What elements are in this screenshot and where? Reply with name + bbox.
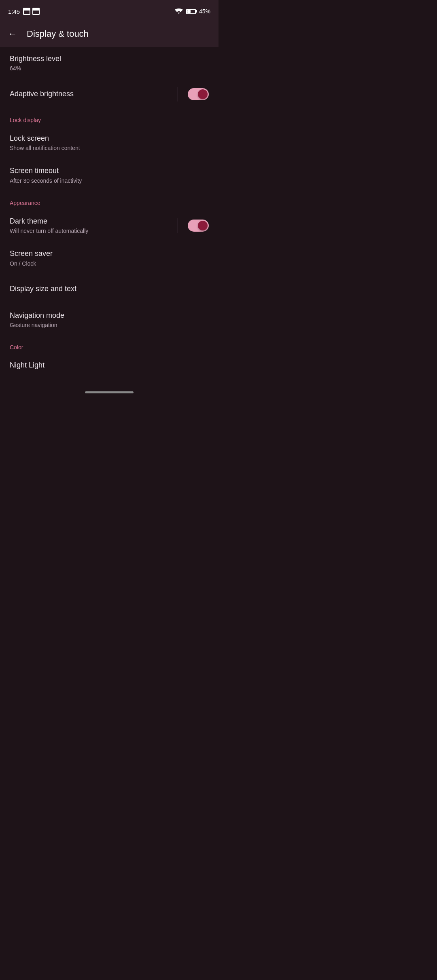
- section-lock-display: Lock display: [0, 109, 218, 127]
- status-bar: 1:45 45%: [0, 0, 218, 21]
- screen-saver-item[interactable]: Screen saver On / Clock: [0, 242, 218, 275]
- page-title: Display & touch: [27, 29, 89, 39]
- lock-screen-subtitle: Show all notification content: [10, 144, 209, 152]
- display-size-text-text: Display size and text: [10, 284, 209, 294]
- lock-screen-title: Lock screen: [10, 134, 209, 143]
- navigation-mode-title: Navigation mode: [10, 311, 209, 320]
- section-appearance: Appearance: [0, 192, 218, 209]
- wifi-icon: [175, 8, 183, 15]
- status-left: 1:45: [8, 8, 40, 15]
- adaptive-brightness-toggle[interactable]: [188, 88, 209, 100]
- adaptive-brightness-title: Adaptive brightness: [10, 89, 178, 99]
- brightness-level-text: Brightness level 64%: [10, 54, 209, 72]
- night-light-item[interactable]: Night Light: [0, 354, 218, 377]
- adaptive-brightness-divider: [178, 87, 178, 101]
- navigation-mode-subtitle: Gesture navigation: [10, 321, 209, 329]
- nav-pill: [85, 391, 134, 393]
- time-display: 1:45: [8, 8, 20, 15]
- dark-theme-toggle[interactable]: [188, 220, 209, 232]
- display-size-text-title: Display size and text: [10, 284, 209, 294]
- app-bar: ← Display & touch: [0, 21, 218, 47]
- lock-screen-text: Lock screen Show all notification conten…: [10, 134, 209, 152]
- brightness-level-item[interactable]: Brightness level 64%: [0, 47, 218, 80]
- navigation-mode-item[interactable]: Navigation mode Gesture navigation: [0, 304, 218, 336]
- screen-saver-subtitle: On / Clock: [10, 260, 209, 267]
- settings-content: Brightness level 64% Adaptive brightness…: [0, 47, 218, 377]
- dark-theme-subtitle: Will never turn off automatically: [10, 227, 178, 234]
- night-light-title: Night Light: [10, 361, 209, 370]
- screen-timeout-subtitle: After 30 seconds of inactivity: [10, 177, 209, 184]
- dark-theme-knob: [198, 221, 208, 230]
- night-light-text: Night Light: [10, 361, 209, 370]
- status-icons: [23, 8, 40, 15]
- screen-timeout-text: Screen timeout After 30 seconds of inact…: [10, 166, 209, 184]
- lock-screen-item[interactable]: Lock screen Show all notification conten…: [0, 127, 218, 159]
- battery-fill: [187, 10, 191, 13]
- battery-icon: [186, 9, 196, 14]
- screen-saver-text: Screen saver On / Clock: [10, 249, 209, 267]
- battery-percent: 45%: [199, 8, 210, 15]
- dark-theme-divider: [178, 218, 178, 233]
- display-size-text-item[interactable]: Display size and text: [0, 275, 218, 304]
- dark-theme-text: Dark theme Will never turn off automatic…: [10, 217, 178, 235]
- screen-timeout-item[interactable]: Screen timeout After 30 seconds of inact…: [0, 159, 218, 192]
- back-button[interactable]: ←: [8, 29, 17, 39]
- section-color: Color: [0, 336, 218, 354]
- navigation-mode-text: Navigation mode Gesture navigation: [10, 311, 209, 329]
- screen-saver-title: Screen saver: [10, 249, 209, 258]
- brightness-level-subtitle: 64%: [10, 65, 209, 72]
- dark-theme-item[interactable]: Dark theme Will never turn off automatic…: [0, 209, 218, 242]
- adaptive-brightness-item[interactable]: Adaptive brightness: [0, 80, 218, 109]
- brightness-level-title: Brightness level: [10, 54, 209, 63]
- screen-timeout-title: Screen timeout: [10, 166, 209, 175]
- bottom-nav-bar: [0, 385, 218, 398]
- calendar-icon-1: [23, 8, 30, 15]
- adaptive-brightness-text: Adaptive brightness: [10, 89, 178, 99]
- status-right: 45%: [175, 8, 210, 15]
- dark-theme-title: Dark theme: [10, 217, 178, 226]
- calendar-icon-2: [32, 8, 40, 15]
- dark-theme-right: [178, 218, 209, 233]
- adaptive-brightness-knob: [198, 89, 208, 99]
- adaptive-brightness-right: [178, 87, 209, 101]
